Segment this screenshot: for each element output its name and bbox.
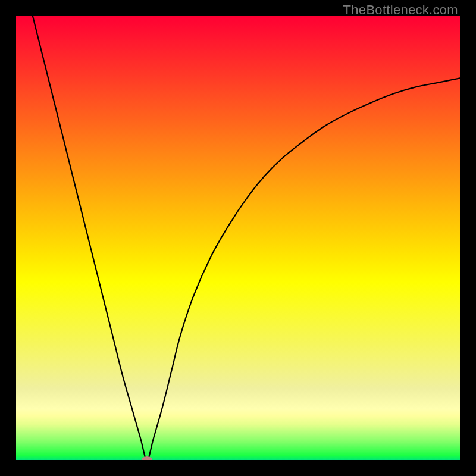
plot-area (16, 16, 460, 460)
watermark-text: TheBottleneck.com (343, 2, 458, 18)
bottleneck-curve (16, 16, 460, 460)
chart-frame: TheBottleneck.com (0, 0, 476, 476)
optimum-marker (142, 456, 152, 460)
curve-svg (16, 16, 460, 460)
